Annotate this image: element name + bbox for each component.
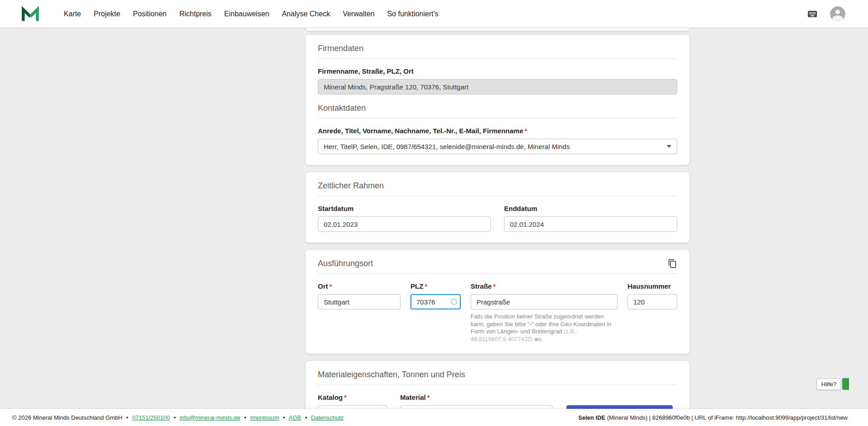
footer-impressum-link[interactable]: Impressum xyxy=(250,414,279,421)
nav-item-so-funktionierts[interactable]: So funktioniert's xyxy=(387,10,438,18)
footer-phone-link[interactable]: 07151/250100 xyxy=(132,414,170,421)
footer-separator: • xyxy=(244,414,246,421)
required-marker: * xyxy=(330,282,332,290)
material-title: Materialeigenschaften, Tonnen und Preis xyxy=(318,370,677,385)
footer-app-name: Selen IDE xyxy=(578,414,605,421)
hausnummer-label: Hausnummer xyxy=(627,282,677,290)
firmenname-input xyxy=(318,79,677,94)
enddatum-label: Enddatum xyxy=(504,205,677,213)
firmendaten-title: Firmendaten xyxy=(318,44,677,59)
footer-iframe-url: (Mineral Minds) | 8268960f0e0b | URL of … xyxy=(605,414,848,421)
form-column: Firmendaten Firmenname, Straße, PLZ, Ort… xyxy=(306,28,689,409)
main-nav: Karte Projekte Positionen Richtpreis Ein… xyxy=(64,10,439,18)
page-content: Firmendaten Firmenname, Straße, PLZ, Ort… xyxy=(0,28,868,409)
zeitlicher-rahmen-title: Zeitlicher Rahmen xyxy=(318,181,677,196)
material-label: Material* xyxy=(400,393,552,402)
startdatum-label: Startdatum xyxy=(318,205,491,213)
startdatum-field: Startdatum xyxy=(318,196,491,232)
kontakt-select[interactable]: Herr, TitelP, Selen, IDE, 0987/654321, s… xyxy=(318,139,677,154)
footer-separator: • xyxy=(305,414,307,421)
katalog-label-text: Katalog xyxy=(318,393,343,401)
kontakt-label: Anrede, Titel, Vorname, Nachname, Tel.-N… xyxy=(318,127,677,135)
hint-end-text: an. xyxy=(533,336,542,342)
katalog-label: Katalog* xyxy=(318,393,387,402)
plz-field: PLZ* xyxy=(410,274,461,309)
nav-item-positionen[interactable]: Positionen xyxy=(133,10,167,18)
help-widget: Hilfe? xyxy=(817,378,849,390)
required-marker: * xyxy=(427,393,430,401)
plz-label: PLZ* xyxy=(410,282,461,290)
ort-field: Ort* xyxy=(318,274,401,309)
loading-spinner-icon xyxy=(451,299,457,305)
enddatum-field: Enddatum xyxy=(504,196,677,232)
hausnummer-input[interactable] xyxy=(627,294,677,309)
enddatum-input[interactable] xyxy=(504,216,677,232)
footer-email-link[interactable]: info@mineral-minds.de xyxy=(179,414,240,421)
nav-item-richtpreis[interactable]: Richtpreis xyxy=(179,10,212,18)
help-tooltip: Hilfe? xyxy=(817,379,841,390)
materialeigenschaften-bearbeiten-button[interactable]: Materialeigenschaften bearbeiten xyxy=(566,405,673,409)
footer-agb-link[interactable]: AGB xyxy=(289,414,301,421)
startdatum-input[interactable] xyxy=(318,216,491,232)
material-select[interactable]: 01 Abfälle, die beim Aufsuchen, Ausbeute… xyxy=(400,405,552,409)
nav-item-verwalten[interactable]: Verwalten xyxy=(343,10,374,18)
ausfuehrungsort-card: Ausführungsort Ort* PLZ* xyxy=(306,250,689,354)
kontakt-label-text: Anrede, Titel, Vorname, Nachname, Tel.-N… xyxy=(318,127,523,135)
katalog-field: Katalog* MM | AVV xyxy=(318,385,387,409)
content-copy-icon[interactable] xyxy=(668,259,677,268)
help-tab[interactable] xyxy=(842,378,849,390)
ausfuehrungsort-title: Ausführungsort xyxy=(318,259,668,268)
material-label-text: Material xyxy=(400,393,426,401)
strasse-label-text: Straße xyxy=(471,282,492,290)
top-navbar: Karte Projekte Positionen Richtpreis Ein… xyxy=(0,0,868,28)
ort-label: Ort* xyxy=(318,282,401,290)
material-field: Material* 01 Abfälle, die beim Aufsuchen… xyxy=(400,385,552,409)
strasse-field: Straße* Falls die Position keiner Straße… xyxy=(471,274,618,343)
firmendaten-card: Firmendaten Firmenname, Straße, PLZ, Ort… xyxy=(306,35,689,165)
required-marker: * xyxy=(524,127,527,135)
footer-separator: • xyxy=(174,414,176,421)
logo-m-icon xyxy=(20,4,40,24)
footer-left: © 2026 Mineral Minds Deutschland GmbH • … xyxy=(12,414,344,421)
footer: © 2026 Mineral Minds Deutschland GmbH • … xyxy=(0,409,868,426)
mineral-minds-logo-icon[interactable] xyxy=(20,4,40,24)
footer-session-info: Selen IDE (Mineral Minds) | 8268960f0e0b… xyxy=(578,414,848,421)
footer-separator: • xyxy=(283,414,285,421)
user-avatar-icon[interactable] xyxy=(830,6,845,22)
kontakt-select-value: Herr, TitelP, Selen, IDE, 0987/654321, s… xyxy=(324,143,570,150)
footer-datenschutz-link[interactable]: Datenschutz xyxy=(311,414,344,421)
footer-copyright: © 2026 Mineral Minds Deutschland GmbH xyxy=(12,414,123,421)
hausnummer-field: Hausnummer xyxy=(627,274,677,309)
hint-main-text: Falls die Position keiner Straße zugeord… xyxy=(471,313,611,335)
keyboard-icon[interactable] xyxy=(806,9,819,19)
ort-input[interactable] xyxy=(318,294,401,309)
strasse-hint: Falls die Position keiner Straße zugeord… xyxy=(471,313,618,343)
material-card: Materialeigenschaften, Tonnen und Preis … xyxy=(306,361,689,409)
strasse-input[interactable] xyxy=(471,294,618,309)
ort-label-text: Ort xyxy=(318,282,328,290)
kontaktdaten-title: Kontaktdaten xyxy=(318,103,677,118)
nav-item-einbauweisen[interactable]: Einbauweisen xyxy=(224,10,269,18)
footer-separator: • xyxy=(126,414,128,421)
plz-label-text: PLZ xyxy=(410,282,423,290)
nav-item-projekte[interactable]: Projekte xyxy=(94,10,120,18)
katalog-select[interactable]: MM | AVV xyxy=(318,405,387,409)
firmenname-label-text: Firmenname, Straße, PLZ, Ort xyxy=(318,67,414,75)
required-marker: * xyxy=(493,282,496,290)
navbar-right xyxy=(806,6,845,22)
required-marker: * xyxy=(344,393,347,401)
nav-item-analyse-check[interactable]: Analyse Check xyxy=(282,10,330,18)
strasse-label: Straße* xyxy=(471,282,618,290)
nav-item-karte[interactable]: Karte xyxy=(64,10,81,18)
chevron-down-icon xyxy=(667,145,671,148)
zeitlicher-rahmen-card: Zeitlicher Rahmen Startdatum Enddatum xyxy=(306,172,689,243)
required-marker: * xyxy=(425,282,427,290)
firmenname-label: Firmenname, Straße, PLZ, Ort xyxy=(318,67,677,75)
previous-card-bottom xyxy=(306,28,689,31)
